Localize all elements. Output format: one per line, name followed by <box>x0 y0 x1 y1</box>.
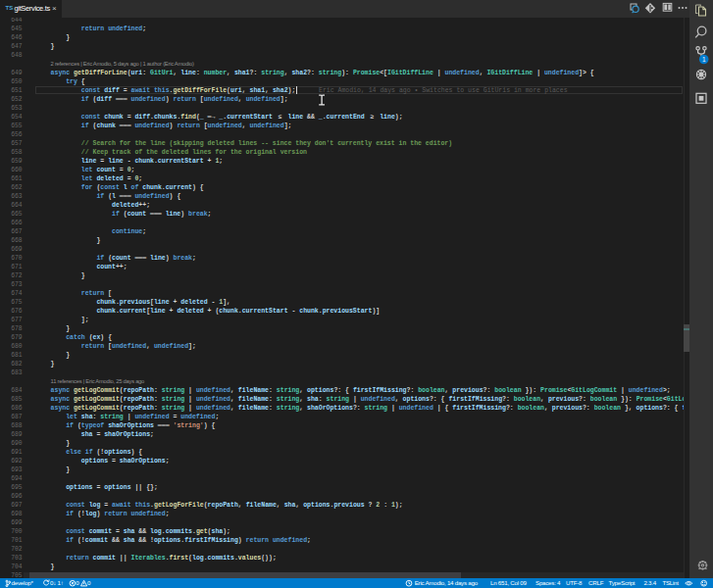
svg-text:1: 1 <box>702 56 706 63</box>
